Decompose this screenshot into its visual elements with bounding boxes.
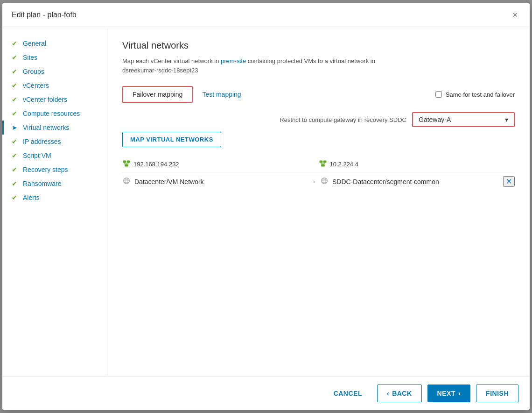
- arrow-right-icon: ➤: [12, 124, 19, 131]
- sidebar-item-ip-addresses[interactable]: ✔ IP addresses: [2, 135, 107, 149]
- table-row: Datacenter/VM Network →: [122, 172, 515, 191]
- page-title: Virtual networks: [122, 40, 515, 51]
- target-network-icon: [320, 177, 329, 186]
- sidebar-item-label: Alerts: [23, 194, 40, 201]
- chevron-down-icon: ▾: [505, 116, 508, 123]
- description-text: Map each vCenter virtual network in prem…: [122, 57, 515, 75]
- svg-rect-8: [323, 161, 326, 163]
- sidebar-item-label: Ransomware: [23, 180, 61, 187]
- same-for-test-checkbox[interactable]: [435, 91, 442, 98]
- target-header-col: 10.2.224.4: [319, 159, 515, 169]
- modal-header: Edit plan - plan-fofb ×: [2, 3, 530, 27]
- tab-group: Failover mapping Test mapping: [122, 86, 251, 103]
- same-for-test-text: Same for test and failover: [446, 91, 515, 98]
- modal-body: ✔ General ✔ Sites ✔ Groups ✔ vCenters ✔: [2, 27, 530, 377]
- main-content: Virtual networks Map each vCenter virtua…: [107, 27, 530, 377]
- remove-mapping-button[interactable]: ✕: [503, 176, 515, 187]
- sidebar-item-recovery-steps[interactable]: ✔ Recovery steps: [2, 163, 107, 177]
- sidebar-item-label: Recovery steps: [23, 166, 68, 173]
- next-label: NEXT: [437, 390, 455, 397]
- tab-failover-mapping[interactable]: Failover mapping: [122, 86, 193, 103]
- source-header-ip: 192.168.194.232: [133, 161, 179, 168]
- sidebar-item-label: Virtual networks: [23, 124, 69, 131]
- desc-target: dsreekumar-rsddc-18sept23: [122, 67, 198, 74]
- next-button[interactable]: NEXT ›: [427, 385, 471, 402]
- modal: Edit plan - plan-fofb × ✔ General ✔ Site…: [2, 3, 530, 410]
- map-virtual-networks-button[interactable]: MAP VIRTUAL NETWORKS: [122, 132, 221, 147]
- sidebar-item-vcenter-folders[interactable]: ✔ vCenter folders: [2, 93, 107, 107]
- svg-rect-1: [127, 161, 130, 163]
- source-network-name: Datacenter/VM Network: [134, 178, 204, 185]
- back-chevron-icon: ‹: [387, 390, 389, 397]
- check-icon: ✔: [12, 138, 19, 145]
- check-icon: ✔: [12, 68, 19, 75]
- sidebar-item-label: Compute resources: [23, 110, 80, 117]
- sidebar-item-label: Script VM: [23, 152, 51, 159]
- sidebar-item-label: Groups: [23, 68, 44, 75]
- svg-rect-2: [125, 164, 128, 167]
- desc-prefix: Map each vCenter virtual network in: [122, 57, 221, 64]
- check-icon: ✔: [12, 40, 19, 47]
- restrict-row: Restrict to compute gateway in recovery …: [122, 112, 515, 127]
- sidebar-item-groups[interactable]: ✔ Groups: [2, 64, 107, 78]
- check-icon: ✔: [12, 96, 19, 103]
- network-table: 192.168.194.232: [122, 157, 515, 191]
- desc-middle: containing protected VMs to a virtual ne…: [246, 57, 375, 64]
- network-header-row: 192.168.194.232: [122, 157, 515, 172]
- source-network-col: Datacenter/VM Network: [122, 177, 305, 186]
- check-icon: ✔: [12, 194, 19, 201]
- close-button[interactable]: ×: [510, 10, 520, 20]
- target-network-col: SDDC-Datacenter/segment-common: [320, 177, 503, 186]
- source-network-icon: [122, 177, 131, 186]
- check-icon: ✔: [12, 110, 19, 117]
- check-icon: ✔: [12, 82, 19, 89]
- next-chevron-icon: ›: [458, 390, 461, 397]
- target-header-ip: 10.2.224.4: [330, 161, 358, 168]
- cancel-button[interactable]: CANCEL: [324, 385, 371, 402]
- network-source-icon: [122, 159, 131, 169]
- modal-overlay: Edit plan - plan-fofb × ✔ General ✔ Site…: [0, 0, 532, 413]
- svg-rect-7: [319, 161, 322, 163]
- tab-test-mapping[interactable]: Test mapping: [193, 86, 250, 103]
- check-icon: ✔: [12, 166, 19, 173]
- svg-rect-0: [123, 161, 126, 163]
- sidebar: ✔ General ✔ Sites ✔ Groups ✔ vCenters ✔: [2, 27, 107, 377]
- sidebar-item-ransomware[interactable]: ✔ Ransomware: [2, 177, 107, 191]
- mapping-arrow-icon: →: [309, 178, 316, 186]
- modal-title: Edit plan - plan-fofb: [12, 11, 77, 19]
- sidebar-item-compute-resources[interactable]: ✔ Compute resources: [2, 107, 107, 121]
- finish-button[interactable]: FINISH: [476, 385, 518, 402]
- source-header-col: 192.168.194.232: [122, 159, 319, 169]
- check-icon: ✔: [12, 152, 19, 159]
- sidebar-item-sites[interactable]: ✔ Sites: [2, 50, 107, 64]
- target-network-name: SDDC-Datacenter/segment-common: [332, 178, 439, 185]
- modal-footer: CANCEL ‹ BACK NEXT › FINISH: [2, 377, 530, 410]
- desc-site: prem-site: [221, 57, 246, 64]
- svg-rect-9: [321, 164, 324, 167]
- same-for-test-label[interactable]: Same for test and failover: [435, 91, 515, 98]
- back-label: BACK: [392, 390, 412, 397]
- sidebar-item-script-vm[interactable]: ✔ Script VM: [2, 149, 107, 163]
- gateway-select-container[interactable]: Gateway-A ▾: [412, 112, 515, 127]
- gateway-value: Gateway-A: [419, 116, 451, 123]
- sidebar-item-virtual-networks[interactable]: ➤ Virtual networks: [2, 121, 107, 135]
- check-icon: ✔: [12, 54, 19, 61]
- back-button[interactable]: ‹ BACK: [377, 385, 422, 402]
- sidebar-item-alerts[interactable]: ✔ Alerts: [2, 191, 107, 205]
- sidebar-item-label: vCenter folders: [23, 96, 67, 103]
- sidebar-item-label: Sites: [23, 54, 37, 61]
- check-icon: ✔: [12, 180, 19, 187]
- network-target-icon: [319, 159, 327, 169]
- sidebar-item-label: vCenters: [23, 82, 49, 89]
- sidebar-item-label: General: [23, 40, 46, 47]
- restrict-label: Restrict to compute gateway in recovery …: [280, 116, 406, 123]
- sidebar-item-vcenters[interactable]: ✔ vCenters: [2, 78, 107, 93]
- sidebar-item-label: IP addresses: [23, 138, 61, 145]
- tabs-row: Failover mapping Test mapping Same for t…: [122, 86, 515, 103]
- sidebar-item-general[interactable]: ✔ General: [2, 36, 107, 50]
